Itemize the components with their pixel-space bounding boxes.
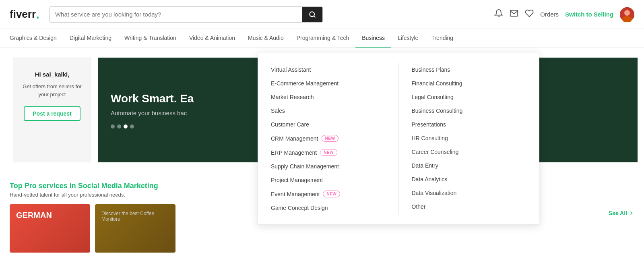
- switch-to-selling[interactable]: Switch to Selling: [565, 11, 613, 18]
- event-new-badge: NEW: [323, 191, 340, 197]
- notification-icon[interactable]: [494, 9, 503, 20]
- dropdown-col-right: Business Plans Financial Consulting Lega…: [399, 63, 539, 215]
- carousel-dot-2[interactable]: [117, 124, 121, 129]
- carousel-dots: [111, 124, 206, 129]
- nav-item-business[interactable]: Business: [355, 29, 391, 48]
- dropdown-item-erp[interactable]: ERP Management NEW: [271, 145, 386, 160]
- carousel-dot-4[interactable]: [130, 124, 134, 129]
- logo-text: fiverr: [10, 8, 36, 21]
- dropdown-item-hr-consulting[interactable]: HR Consulting: [412, 131, 526, 145]
- personalized-card: Hi sai_kalki, Get offers from sellers fo…: [13, 58, 91, 162]
- dropdown-item-data-entry[interactable]: Data Entry: [412, 159, 526, 172]
- dropdown-item-business-consulting[interactable]: Business Consulting: [412, 104, 526, 118]
- nav-item-lifestyle[interactable]: Lifestyle: [391, 29, 425, 48]
- header: fiverr.: [0, 0, 644, 29]
- nav-item-trending[interactable]: Trending: [425, 29, 460, 48]
- dropdown-item-business-plans[interactable]: Business Plans: [412, 63, 526, 77]
- dropdown-item-legal-consulting[interactable]: Legal Consulting: [412, 90, 526, 104]
- nav-item-programming[interactable]: Programming & Tech: [290, 29, 355, 48]
- crm-new-badge: NEW: [322, 135, 339, 142]
- greeting-text: Hi sai_kalki,: [35, 71, 70, 78]
- dropdown-item-supply-chain[interactable]: Supply Chain Management: [271, 160, 386, 173]
- hero-title: Work Smart. Ea: [111, 91, 206, 106]
- svg-point-3: [624, 10, 630, 16]
- dropdown-item-sales[interactable]: Sales: [271, 104, 386, 118]
- search-button[interactable]: [302, 7, 322, 22]
- dropdown-col-left: Virtual Assistant E-Commerce Management …: [258, 63, 399, 215]
- dropdown-item-other[interactable]: Other: [412, 200, 526, 214]
- see-all-link[interactable]: See All: [609, 210, 634, 216]
- pro-card-german[interactable]: GERMAN: [10, 204, 90, 253]
- favorites-icon[interactable]: [525, 9, 534, 20]
- search-icon: [309, 11, 316, 18]
- nav-item-writing[interactable]: Writing & Translation: [118, 29, 183, 48]
- carousel-dot-3[interactable]: [124, 124, 128, 129]
- dropdown-item-game-concept[interactable]: Game Concept Design: [271, 201, 386, 215]
- nav-item-music[interactable]: Music & Audio: [242, 29, 290, 48]
- search-input[interactable]: [50, 7, 302, 22]
- orders-link[interactable]: Orders: [540, 11, 559, 18]
- avatar-image: [620, 7, 634, 22]
- avatar[interactable]: [620, 7, 634, 22]
- erp-new-badge: NEW: [320, 149, 337, 156]
- nav-item-graphics[interactable]: Graphics & Design: [10, 29, 63, 48]
- logo[interactable]: fiverr.: [10, 7, 39, 22]
- nav-item-digital[interactable]: Digital Marketing: [63, 29, 118, 48]
- nav-item-video[interactable]: Video & Animation: [183, 29, 242, 48]
- messages-icon[interactable]: [510, 9, 518, 20]
- dropdown-item-crm[interactable]: CRM Management NEW: [271, 131, 386, 145]
- dropdown-item-career-counseling[interactable]: Career Counseling: [412, 145, 526, 159]
- hero-banner: Work Smart. Ea Automate your business ba…: [98, 58, 219, 162]
- dropdown-item-project-management[interactable]: Project Management: [271, 173, 386, 187]
- dropdown-item-customer-care[interactable]: Customer Care: [271, 118, 386, 131]
- dropdown-item-virtual-assistant[interactable]: Virtual Assistant: [271, 63, 386, 77]
- dropdown-item-data-analytics[interactable]: Data Analytics: [412, 172, 526, 186]
- search-bar: [49, 6, 323, 23]
- logo-dot: .: [36, 7, 39, 22]
- chevron-right-icon: [629, 210, 634, 216]
- carousel-dot-1[interactable]: [111, 124, 115, 129]
- pro-card-coffee[interactable]: Discover the best Coffee Monitors: [95, 204, 175, 253]
- dropdown-item-financial-consulting[interactable]: Financial Consulting: [412, 77, 526, 90]
- dropdown-item-market-research[interactable]: Market Research: [271, 90, 386, 104]
- dropdown-item-ecommerce[interactable]: E-Commerce Management: [271, 77, 386, 90]
- header-actions: Orders Switch to Selling: [494, 7, 634, 22]
- hero-subtitle: Automate your business bac: [111, 110, 206, 116]
- post-request-button[interactable]: Post a request: [24, 106, 80, 121]
- svg-line-1: [314, 16, 315, 17]
- dropdown-item-presentations[interactable]: Presentations: [412, 118, 526, 131]
- dropdown-item-event-management[interactable]: Event Management NEW: [271, 187, 386, 201]
- card-description: Get offers from sellers for your project: [21, 83, 83, 98]
- business-dropdown: Virtual Assistant E-Commerce Management …: [258, 53, 539, 225]
- nav: Graphics & Design Digital Marketing Writ…: [0, 29, 644, 48]
- dropdown-item-data-visualization[interactable]: Data Visualization: [412, 186, 526, 200]
